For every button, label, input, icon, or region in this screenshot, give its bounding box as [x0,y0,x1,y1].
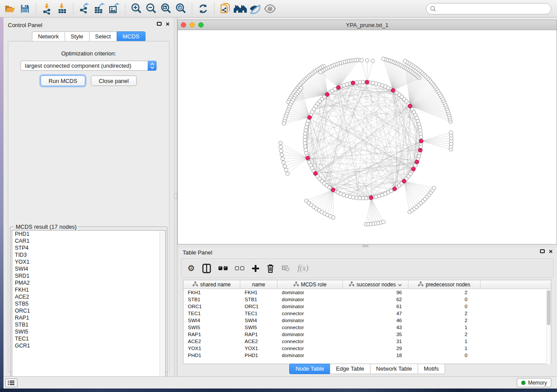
float-panel-icon[interactable] [157,22,162,26]
control-panel-title: Control Panel [8,22,42,28]
window-minimize-icon[interactable] [190,22,195,28]
table-row[interactable]: SWI5SWI5connector431 [183,324,551,331]
select-all-columns-icon[interactable] [218,266,228,270]
window-zoom-icon[interactable] [198,22,204,28]
tab-network-table[interactable]: Network Table [370,364,418,374]
divider-handle[interactable] [175,193,177,199]
tab-select[interactable]: Select [89,31,117,42]
table-row[interactable]: ACE2ACE2connector311 [183,338,551,345]
task-history-button[interactable] [5,378,17,387]
delete-table-icon[interactable] [281,265,290,272]
table-row[interactable]: ORC1ORC1dominator610 [183,303,551,310]
mcds-result-item[interactable]: SRD1 [12,272,165,279]
column-header-predecessor-nodes[interactable]: predecessor nodes [408,280,481,289]
column-header-name[interactable]: name [240,280,277,289]
column-label: predecessor nodes [426,282,470,288]
mcds-result-item[interactable]: SWI4 [12,265,165,272]
mcds-result-item[interactable]: SWI5 [12,328,165,335]
mcds-result-item[interactable]: TID3 [12,251,165,258]
deselect-all-columns-icon[interactable] [235,266,244,270]
toolbar-separator [214,3,214,14]
search-box[interactable] [426,3,551,14]
cell-name: ACE2 [240,338,277,345]
scrollbar-thumb[interactable] [547,290,550,325]
mcds-result-item[interactable]: FKH1 [12,286,165,293]
table-row[interactable]: STB1STB1dominator620 [183,296,551,303]
tab-edge-table[interactable]: Edge Table [330,364,370,374]
mcds-result-item[interactable]: STB5 [12,300,165,307]
mcds-result-group: MCDS result (17 nodes) PHD1CAR1STP4TID3Y… [10,227,167,387]
table-settings-gear-icon[interactable]: ⚙ [187,264,195,272]
cell-mcds-role: dominator [277,331,343,338]
network-graph[interactable] [178,30,557,244]
mcds-result-item[interactable]: STP4 [12,244,165,251]
cell-name: YOX1 [240,345,277,352]
column-header-successor-nodes[interactable]: successor nodes [343,280,408,289]
network-canvas[interactable] [178,30,557,244]
mcds-result-item[interactable]: TEC1 [12,335,165,342]
export-image-icon[interactable] [107,2,121,15]
show-graphics-icon[interactable] [263,2,277,15]
close-panel-button[interactable]: Close panel [91,76,137,86]
tab-node-table[interactable]: Node Table [289,364,330,374]
export-network-icon[interactable] [77,2,92,15]
column-header-mcds-role[interactable]: MCDS role [277,280,343,289]
optimization-criterion-label: Optimization criterion: [8,50,169,57]
optimization-criterion-select[interactable]: largest connected component (undirected) [21,61,157,71]
mcds-result-item[interactable]: ACE2 [12,293,165,300]
delete-column-icon[interactable] [267,264,274,273]
function-builder-icon[interactable]: f(x) [298,264,308,273]
table-row[interactable]: PHD1PHD1dominator180 [183,352,551,359]
close-panel-icon[interactable]: × [166,21,170,26]
home-icon[interactable] [233,2,248,15]
export-table-icon[interactable] [92,2,107,15]
save-session-icon[interactable] [17,2,32,15]
hide-graphics-icon[interactable] [248,2,263,15]
cell-shared-name: ORC1 [183,303,240,310]
vertical-split-divider[interactable] [174,17,177,376]
mcds-result-item[interactable]: CAR1 [12,237,165,244]
apply-layout-icon[interactable] [196,2,211,15]
tab-style[interactable]: Style [65,31,89,42]
search-input[interactable] [436,4,551,13]
column-header-shared-name[interactable]: shared name [183,280,240,289]
show-columns-icon[interactable] [202,264,211,273]
hierarchy-icon [349,282,354,288]
divider-handle[interactable] [363,245,368,247]
table-scrollbar[interactable] [546,289,551,364]
zoom-selected-icon[interactable] [173,2,188,15]
cell-predecessor-nodes: 2 [408,310,481,317]
memory-button[interactable]: Memory [517,378,551,387]
close-panel-icon[interactable]: × [549,249,553,254]
window-close-icon[interactable] [181,22,186,28]
mcds-result-item[interactable]: GCR1 [12,342,165,349]
tab-mcds[interactable]: MCDS [117,31,145,42]
table-row[interactable]: FKH1FKH1dominator962 [183,289,551,296]
zoom-fit-icon[interactable] [159,2,173,15]
table-row[interactable]: RAP1RAP1dominator352 [183,331,551,338]
mcds-result-item[interactable]: ORC1 [12,307,165,314]
tab-network[interactable]: Network [32,31,65,42]
tab-motifs[interactable]: Motifs [418,364,445,374]
cell-successor-nodes: 61 [343,303,408,310]
table-row[interactable]: SWI4SWI4dominator462 [183,317,551,324]
zoom-out-icon[interactable] [144,2,159,15]
mcds-list-scrollbar[interactable] [159,231,165,385]
table-panel: Table Panel × ⚙ f(x) shared namenameMCDS… [177,248,557,376]
horizontal-split-divider[interactable] [177,244,557,248]
mcds-result-item[interactable]: PMA2 [12,279,165,286]
table-row[interactable]: TEC1TEC1connector472 [183,310,551,317]
import-table-icon[interactable] [55,2,69,15]
mcds-result-item[interactable]: PHD1 [12,230,165,237]
float-panel-icon[interactable] [540,249,545,253]
mcds-result-item[interactable]: STB1 [12,321,165,328]
share-document-icon[interactable] [218,2,233,15]
table-row[interactable]: YOX1YOX1connector291 [183,345,551,352]
import-network-icon[interactable] [40,2,55,15]
open-file-icon[interactable] [3,2,17,15]
zoom-in-icon[interactable] [129,2,144,15]
run-mcds-button[interactable]: Run MCDS [41,76,85,86]
mcds-result-item[interactable]: YOX1 [12,258,165,265]
add-column-icon[interactable] [252,265,259,272]
mcds-result-item[interactable]: RAP1 [12,314,165,321]
